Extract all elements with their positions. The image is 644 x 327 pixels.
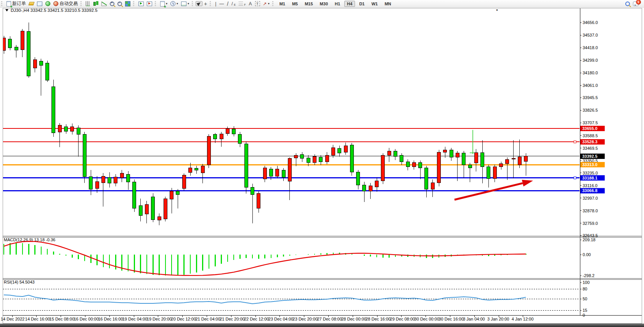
timeframe-D1[interactable]: D1 — [357, 1, 367, 7]
candle-bear — [133, 182, 136, 208]
candle-bull — [443, 150, 447, 152]
candle-bear — [481, 152, 484, 167]
subwindow-collapse-icon[interactable]: ▼ — [496, 9, 498, 11]
candle-bull — [431, 183, 434, 189]
fibonacci-tool-button[interactable]: F — [237, 1, 247, 6]
macd-tick-label: -298.2 — [583, 273, 594, 278]
eraser-button[interactable] — [27, 1, 35, 6]
price-badge-label: 33313.0 — [582, 162, 597, 167]
time-tick-label: 23 Dec 04:00 — [268, 317, 293, 321]
time-tick-label: 22 Dec 12:00 — [244, 317, 269, 321]
hline-handle[interactable] — [574, 141, 576, 143]
timeframe-M30[interactable]: M30 — [317, 1, 331, 7]
candle-bull — [201, 166, 204, 173]
line-chart-button[interactable] — [100, 1, 108, 7]
timeframe-H4[interactable]: H4 — [344, 1, 355, 7]
text-tool-button[interactable]: A — [247, 0, 254, 7]
candle-bull — [95, 182, 99, 189]
price-tick-label: 34418.0 — [583, 45, 598, 50]
timeframe-M1[interactable]: M1 — [277, 1, 288, 7]
candle-bear — [46, 63, 49, 80]
bar-chart-button[interactable] — [84, 0, 92, 7]
zoom-in-button[interactable]: + — [108, 1, 116, 7]
search-button[interactable] — [624, 1, 631, 7]
candle-bear — [400, 155, 403, 162]
main-toolbar: 新订单 自动交易 + − ▾ ▾ ▾ + | — / / E F A T ↗ — [0, 0, 644, 8]
crosshair-icon: + — [204, 1, 207, 7]
bar-chart-icon — [86, 1, 90, 6]
time-tick-label: 16 Dec 00:00 — [74, 317, 98, 321]
chart-title: DJ30-,H4 33342.5 33421.5 33210.5 33392.5 — [11, 8, 98, 13]
line-chart-icon — [101, 2, 107, 6]
timeframe-M15[interactable]: M15 — [302, 1, 315, 7]
zoom-out-button[interactable]: − — [116, 1, 124, 7]
signal-button[interactable] — [44, 0, 52, 7]
horizontal-line-tool-button[interactable]: — — [218, 0, 225, 7]
auto-trading-icon — [53, 1, 58, 6]
timeframe-H1[interactable]: H1 — [332, 1, 343, 7]
candle-bull — [375, 181, 379, 187]
group-separator — [133, 1, 135, 6]
group-separator — [272, 1, 275, 6]
text-label-tool-button[interactable]: T — [254, 0, 262, 7]
trendline-tool-button[interactable]: / — [225, 0, 230, 8]
tile-windows-button[interactable] — [124, 0, 132, 7]
candlestick-chart-button[interactable] — [92, 1, 100, 7]
hline-handle[interactable] — [574, 177, 576, 179]
time-tick-label: 28 Dec 00:00 — [341, 317, 366, 321]
candle-bull — [120, 173, 124, 178]
time-tick-label: 15 Dec 08:00 — [50, 317, 74, 321]
time-tick-label: 14 Dec 2022 — [1, 317, 24, 321]
channel-icon: / — [231, 1, 233, 6]
auto-scroll-button[interactable] — [145, 1, 154, 7]
price-tick-label: 33707.5 — [583, 120, 598, 125]
templates-button[interactable]: ▾ — [180, 1, 191, 7]
candle-bear — [300, 155, 304, 159]
candle-bull — [325, 155, 329, 162]
candle-bull — [412, 163, 416, 167]
price-badge-label: 33392.5 — [582, 154, 597, 159]
time-tick-label: 3 Jan 20:00 — [487, 317, 509, 321]
market-watch-button[interactable] — [35, 1, 44, 7]
candle-bear — [127, 174, 130, 182]
caret-down-icon: ▾ — [268, 2, 270, 5]
time-tick-label: 28 Dec 16:00 — [366, 317, 390, 321]
notification-badge: 1 — [636, 0, 641, 5]
timeframe-M5[interactable]: M5 — [289, 1, 300, 7]
price-tick-label: 32759.0 — [583, 221, 598, 226]
arrows-tool-button[interactable]: ↗ ▾ — [262, 0, 271, 7]
template-icon — [181, 2, 186, 6]
candle-bull — [369, 186, 372, 191]
text-tool-icon: A — [249, 1, 252, 6]
channel-tool-button[interactable]: / E — [230, 0, 237, 7]
candle-bull — [114, 177, 117, 183]
notifications-button[interactable]: 1 — [631, 1, 644, 7]
auto-trading-button[interactable]: 自动交易 — [52, 0, 79, 8]
rsi-tick-label: 0 — [583, 313, 585, 317]
candle-bull — [524, 156, 528, 162]
timeframe-MN[interactable]: MN — [382, 1, 394, 7]
vertical-line-tool-button[interactable]: | — [214, 0, 218, 7]
crosshair-tool-button[interactable]: + — [202, 0, 209, 8]
timeframe-W1[interactable]: W1 — [369, 1, 381, 7]
price-badge-label: 33528.3 — [582, 139, 597, 144]
candle-bear — [83, 135, 86, 177]
rsi-tick-label: 80 — [583, 287, 587, 291]
cursor-tool-button[interactable] — [196, 1, 202, 6]
periods-button[interactable]: ▾ — [169, 0, 180, 7]
new-order-button[interactable]: 新订单 — [5, 0, 27, 8]
candle-bear — [251, 188, 254, 194]
chart-shift-button[interactable] — [137, 1, 145, 7]
caret-down-icon: ▾ — [188, 2, 189, 5]
indicators-button[interactable]: ▾ — [159, 0, 169, 7]
auto-scroll-icon — [147, 2, 152, 6]
eraser-icon — [29, 2, 35, 5]
candle-bull — [226, 129, 229, 133]
time-tick-label: 21 Dec 20:00 — [220, 317, 244, 321]
candle-bear — [462, 153, 466, 165]
price-tick-label: 32878.0 — [583, 208, 598, 213]
time-tick-label: 16 Dec 16:00 — [98, 317, 123, 321]
price-tick-label: 33235.0 — [583, 171, 598, 175]
new-order-label: 新订单 — [12, 0, 26, 7]
status-bar — [0, 324, 644, 327]
